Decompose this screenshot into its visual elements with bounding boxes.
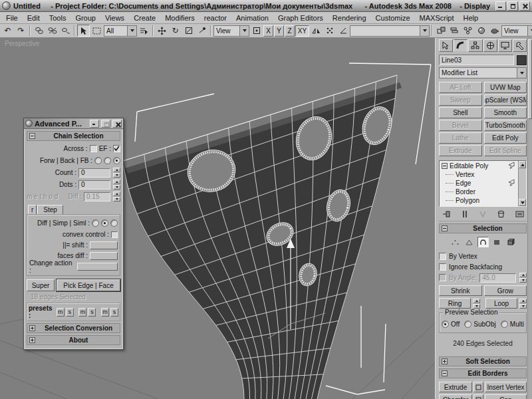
modifier-list-dropdown[interactable]: Modifier List — [439, 67, 527, 78]
named-selection-sets-dropdown[interactable] — [350, 25, 430, 37]
change-action-button[interactable] — [77, 263, 118, 271]
menu-help[interactable]: Help — [459, 13, 483, 23]
menu-file[interactable]: File — [1, 13, 23, 23]
dots-field[interactable]: 0 — [78, 180, 110, 190]
editspline-button[interactable]: Edit Spline — [484, 145, 527, 156]
border-mode-icon[interactable] — [477, 237, 489, 247]
loop-spinner[interactable] — [519, 299, 527, 309]
close-button[interactable] — [519, 1, 530, 11]
unlink-icon[interactable] — [46, 25, 59, 37]
title-bar[interactable]: Untitled - Project Folder: C:\Documents … — [0, 0, 532, 12]
dialog-close-button[interactable] — [112, 120, 122, 128]
dialog-title-bar[interactable]: Advanced P... — [24, 118, 123, 129]
select-and-rotate-icon[interactable]: ↻ — [169, 25, 182, 37]
preset-s3-button[interactable]: s — [110, 308, 118, 317]
axis-y-button[interactable]: Y — [274, 25, 284, 37]
afloft-button[interactable]: AF Loft — [439, 82, 482, 93]
configure-modifier-sets-icon[interactable] — [513, 209, 525, 219]
stack-row-vertex[interactable]: Vertex — [442, 170, 517, 179]
tab-r[interactable]: r — [28, 205, 37, 214]
chain-selection-rollout-header[interactable]: Chain Selection — [27, 131, 120, 141]
dropdown-arrow-icon[interactable] — [420, 26, 429, 36]
menu-rendering[interactable]: Rendering — [328, 13, 371, 23]
rectangular-selection-icon[interactable] — [90, 25, 103, 37]
preset-m1-button[interactable]: m — [57, 308, 65, 317]
count-spinner[interactable] — [113, 168, 120, 178]
select-and-scale-icon[interactable] — [182, 25, 195, 37]
menu-tools[interactable]: Tools — [45, 13, 71, 23]
grow-button[interactable]: Grow — [484, 285, 527, 296]
axis-x-button[interactable]: X — [263, 25, 273, 37]
bevel-button[interactable]: Bevel — [439, 120, 482, 131]
remove-modifier-icon[interactable] — [495, 209, 507, 219]
dropdown-arrow-icon[interactable] — [517, 68, 526, 78]
ring-spinner[interactable] — [473, 299, 480, 309]
turbosmooth-button[interactable]: TurboSmooth — [484, 120, 527, 131]
restore-button[interactable] — [507, 1, 518, 11]
tab-step[interactable]: Step — [37, 205, 63, 214]
preview-off-radio[interactable]: Off — [442, 321, 460, 328]
ignore-backfacing-option[interactable]: Ignore Backfacing — [439, 262, 527, 272]
select-by-name-icon[interactable] — [138, 25, 150, 37]
edge-mode-icon[interactable] — [464, 237, 475, 247]
pin-stack-icon[interactable] — [440, 209, 452, 219]
snaps-toggle-icon[interactable] — [323, 25, 336, 37]
checkbox[interactable] — [439, 274, 446, 281]
object-color-swatch[interactable] — [517, 55, 527, 65]
edit-borders-rollout-header[interactable]: Edit Borders — [439, 368, 527, 378]
material-editor-icon[interactable] — [475, 25, 487, 37]
advanced-painter-dialog[interactable]: Advanced P... Chain Selection Across : E… — [23, 118, 124, 350]
diff-field[interactable]: 0.15 — [84, 192, 110, 201]
uvwmap-button[interactable]: UVW Map — [484, 82, 527, 93]
stack-row-editable-poly[interactable]: Editable Poly — [442, 162, 517, 170]
menu-modifiers[interactable]: Modifiers — [160, 13, 200, 23]
preset-s2-button[interactable]: s — [88, 308, 96, 317]
redo-icon[interactable]: ↷ — [15, 25, 27, 37]
select-object-icon[interactable] — [77, 25, 90, 37]
minimize-button[interactable] — [495, 1, 506, 11]
stack-scrollbar[interactable] — [518, 161, 526, 206]
extrude-button[interactable]: Extrude — [439, 382, 472, 392]
chamfer-settings-icon[interactable] — [473, 394, 483, 399]
stack-row-polygon[interactable]: Polygon — [442, 196, 517, 205]
render-setup-icon[interactable] — [488, 25, 501, 37]
across-checkbox[interactable] — [90, 145, 97, 152]
menu-edit[interactable]: Edit — [23, 13, 45, 23]
editpoly-button[interactable]: Edit Poly — [484, 132, 527, 144]
show-end-result-icon[interactable] — [459, 209, 471, 219]
diff-spinner[interactable] — [113, 192, 120, 201]
menu-animation[interactable]: Animation — [231, 13, 273, 23]
mirror-icon[interactable] — [310, 25, 323, 37]
menu-create[interactable]: Create — [129, 13, 160, 23]
menu-views[interactable]: Views — [100, 13, 129, 23]
forw-radio[interactable] — [94, 157, 102, 164]
render-view-dropdown[interactable]: View — [501, 25, 532, 37]
soft-selection-rollout-header[interactable]: Soft Selection — [439, 356, 527, 366]
collapse-icon[interactable] — [442, 163, 448, 169]
angle-snap-icon[interactable] — [336, 25, 349, 37]
layer-manager-icon[interactable] — [448, 25, 461, 37]
checkbox[interactable] — [439, 253, 446, 260]
siml-radio[interactable] — [110, 219, 118, 227]
by-vertex-option[interactable]: By Vertex — [439, 251, 527, 261]
by-angle-option[interactable]: By Angle: 45.0 — [439, 273, 527, 283]
extrude-mod-button[interactable]: Extrude — [439, 145, 482, 156]
dropdown-arrow-icon[interactable] — [527, 26, 532, 36]
scroll-up-icon[interactable] — [519, 161, 526, 168]
super-button[interactable]: Super — [27, 279, 55, 291]
scroll-down-icon[interactable] — [519, 199, 526, 206]
dialog-minimize-button[interactable] — [90, 120, 99, 128]
shift-button[interactable] — [90, 241, 118, 249]
align-icon[interactable] — [435, 25, 448, 37]
menu-graph-editors[interactable]: Graph Editors — [273, 13, 328, 23]
preset-s1-button[interactable]: s — [66, 308, 74, 317]
faces-diff-button[interactable] — [90, 252, 118, 260]
dropdown-arrow-icon[interactable] — [127, 26, 136, 36]
cap-button[interactable]: Cap — [485, 394, 527, 399]
fb-radio[interactable] — [113, 157, 120, 164]
dropdown-arrow-icon[interactable] — [239, 26, 249, 36]
preset-m3-button[interactable]: m — [101, 308, 109, 317]
shell-button[interactable]: Shell — [439, 107, 482, 118]
simp-radio[interactable] — [101, 219, 108, 227]
preview-multi-radio[interactable]: Multi — [501, 321, 524, 328]
